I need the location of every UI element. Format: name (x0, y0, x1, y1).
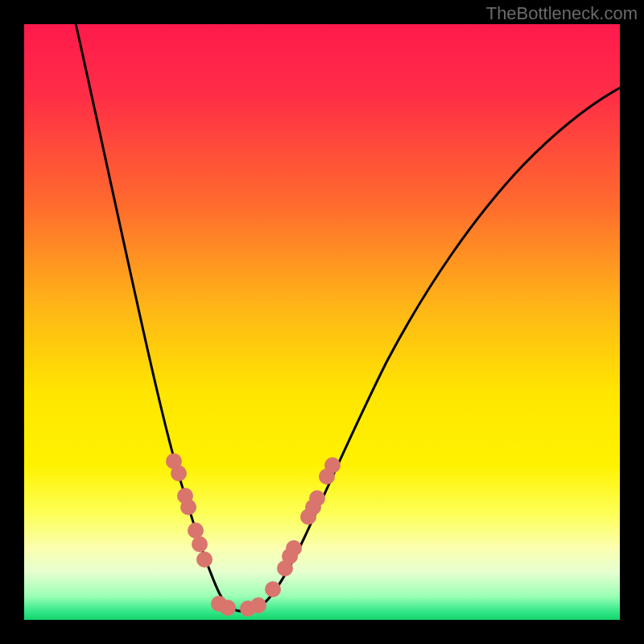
data-marker (309, 490, 325, 506)
data-marker (180, 499, 196, 515)
chart-frame (24, 24, 620, 620)
data-marker (220, 600, 236, 616)
data-marker (250, 597, 266, 613)
data-marker (171, 465, 187, 481)
data-marker (196, 551, 213, 568)
data-marker (265, 581, 281, 597)
data-marker (324, 457, 341, 473)
data-marker (188, 522, 204, 539)
watermark-text: TheBottleneck.com (486, 3, 638, 24)
chart-svg (24, 24, 620, 620)
gradient-background (24, 24, 620, 620)
data-marker (286, 540, 302, 556)
data-marker (192, 536, 208, 552)
